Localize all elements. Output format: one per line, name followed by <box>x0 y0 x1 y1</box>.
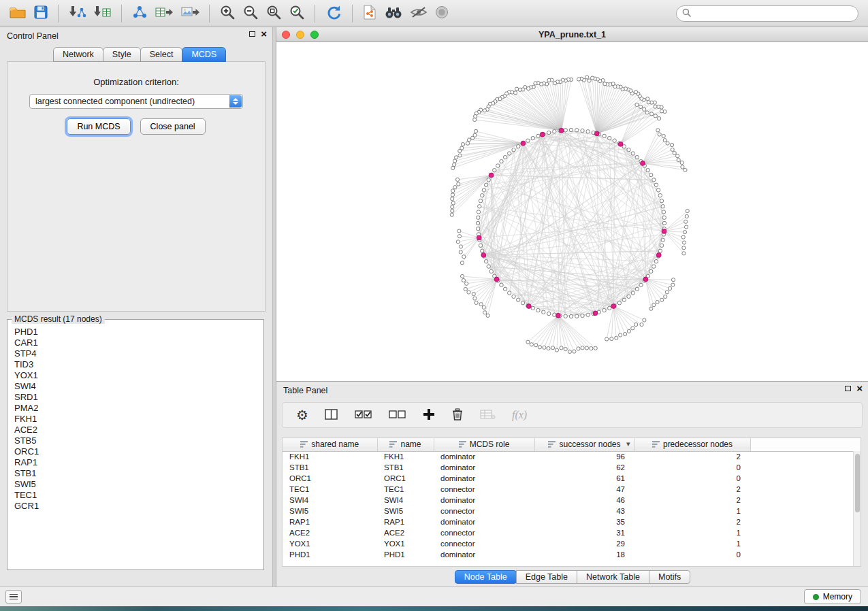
close-panel-button[interactable]: Close panel <box>140 118 206 135</box>
table-cell[interactable]: 29 <box>534 538 634 549</box>
import-network-file-button[interactable] <box>65 3 90 23</box>
mcds-result-item[interactable]: FKH1 <box>14 414 263 425</box>
search-network-button[interactable] <box>381 4 406 22</box>
import-table-file-button[interactable] <box>90 3 115 23</box>
table-cell[interactable]: YOX1 <box>283 538 377 549</box>
mcds-result-item[interactable]: RAP1 <box>14 457 263 468</box>
tab-node-table[interactable]: Node Table <box>455 570 517 584</box>
table-cell[interactable]: 31 <box>534 527 634 538</box>
table-cell[interactable]: 2 <box>634 495 750 506</box>
table-cell[interactable]: FKH1 <box>283 451 377 462</box>
zoom-in-button[interactable] <box>216 3 239 24</box>
search-input[interactable] <box>695 9 852 18</box>
table-cell[interactable]: 46 <box>534 495 634 506</box>
mcds-result-item[interactable]: ORC1 <box>14 446 263 457</box>
table-row[interactable]: FKH1FKH1dominator962 <box>283 451 861 462</box>
select-all-button[interactable] <box>355 410 372 421</box>
column-header-predecessor-nodes[interactable]: predecessor nodes <box>634 438 750 451</box>
float-table-panel-icon[interactable] <box>845 386 851 391</box>
export-image-button[interactable] <box>177 3 203 23</box>
table-cell[interactable]: connector <box>434 538 534 549</box>
refresh-layout-button[interactable] <box>321 3 346 24</box>
criterion-select[interactable]: largest connected component (undirected) <box>29 94 243 109</box>
maximize-window-icon[interactable] <box>310 31 319 39</box>
table-cell[interactable]: 43 <box>534 506 634 516</box>
table-cell[interactable]: TEC1 <box>377 484 434 495</box>
table-cell[interactable]: dominator <box>434 462 534 473</box>
memory-button[interactable]: Memory <box>804 589 861 604</box>
column-header-name[interactable]: name <box>377 438 434 451</box>
table-cell[interactable]: ORC1 <box>377 473 434 484</box>
scrollbar-thumb[interactable] <box>855 454 860 512</box>
table-cell[interactable]: 0 <box>634 549 750 560</box>
table-cell[interactable]: 0 <box>634 473 750 484</box>
new-network-button[interactable] <box>128 3 151 23</box>
export-document-button[interactable] <box>359 3 381 24</box>
table-cell[interactable]: 62 <box>534 462 634 473</box>
float-panel-icon[interactable] <box>249 31 255 37</box>
mcds-result-item[interactable]: TEC1 <box>14 490 263 501</box>
table-cell[interactable]: dominator <box>434 516 534 527</box>
mcds-result-item[interactable]: STB1 <box>14 468 263 479</box>
tab-select[interactable]: Select <box>140 47 183 62</box>
table-cell[interactable]: PHD1 <box>283 549 377 560</box>
show-columns-button[interactable] <box>325 408 338 423</box>
table-cell[interactable]: 2 <box>634 451 750 462</box>
table-cell[interactable]: dominator <box>434 549 534 560</box>
tab-style[interactable]: Style <box>103 47 141 62</box>
network-window-titlebar[interactable]: YPA_prune.txt_1 <box>276 27 868 42</box>
table-cell[interactable]: 0 <box>634 462 750 473</box>
mcds-result-list[interactable]: PHD1CAR1STP4TID3YOX1SWI4SRD1PMA2FKH1ACE2… <box>7 324 263 512</box>
table-row[interactable]: SWI4SWI4dominator462 <box>283 495 861 506</box>
minimize-window-icon[interactable] <box>296 31 304 39</box>
close-window-icon[interactable] <box>282 31 290 39</box>
table-cell[interactable]: SWI4 <box>283 495 377 506</box>
table-cell[interactable]: 96 <box>534 451 634 462</box>
table-cell[interactable]: dominator <box>434 451 534 462</box>
network-graph[interactable] <box>276 42 868 381</box>
delete-column-button[interactable] <box>451 408 464 423</box>
tab-network-table[interactable]: Network Table <box>577 570 649 584</box>
column-header-successor-nodes[interactable]: successor nodes▾ <box>534 438 634 451</box>
table-cell[interactable]: 2 <box>634 484 750 495</box>
mcds-result-item[interactable]: STB5 <box>14 435 263 446</box>
table-cell[interactable]: 47 <box>534 484 634 495</box>
mcds-result-item[interactable]: ACE2 <box>14 425 263 435</box>
table-cell[interactable]: STB1 <box>377 462 434 473</box>
deselect-all-button[interactable] <box>389 410 406 421</box>
tab-motifs[interactable]: Motifs <box>649 570 690 584</box>
mcds-result-item[interactable]: SWI4 <box>14 381 263 392</box>
column-header-MCDS-role[interactable]: MCDS role <box>434 438 534 451</box>
table-cell[interactable]: ACE2 <box>283 527 377 538</box>
table-row[interactable]: STB1STB1dominator620 <box>283 462 861 473</box>
mcds-result-item[interactable]: CAR1 <box>14 337 263 348</box>
zoom-selected-button[interactable] <box>285 3 308 24</box>
table-row[interactable]: TEC1TEC1connector472 <box>283 484 861 495</box>
close-table-panel-icon[interactable]: × <box>856 385 863 392</box>
show-graphics-button[interactable] <box>431 3 453 23</box>
table-cell[interactable]: 61 <box>534 473 634 484</box>
table-cell[interactable]: 1 <box>634 527 750 538</box>
column-header-shared-name[interactable]: shared name <box>283 438 377 451</box>
table-cell[interactable]: dominator <box>434 473 534 484</box>
table-cell[interactable]: SWI5 <box>283 506 377 516</box>
table-cell[interactable]: 1 <box>634 506 750 516</box>
table-cell[interactable]: connector <box>434 484 534 495</box>
table-cell[interactable]: SWI4 <box>377 495 434 506</box>
mcds-result-item[interactable]: YOX1 <box>14 370 263 381</box>
table-row[interactable]: ORC1ORC1dominator610 <box>283 473 861 484</box>
delete-table-button-disabled[interactable] <box>480 409 496 422</box>
table-cell[interactable]: RAP1 <box>283 516 377 527</box>
task-history-button[interactable] <box>5 590 22 604</box>
zoom-fit-button[interactable] <box>262 3 285 24</box>
add-column-button[interactable] <box>423 408 435 423</box>
table-cell[interactable]: YOX1 <box>377 538 434 549</box>
tab-network[interactable]: Network <box>53 47 103 62</box>
table-cell[interactable]: 1 <box>634 538 750 549</box>
save-session-button[interactable] <box>30 3 52 23</box>
table-row[interactable]: ACE2ACE2connector311 <box>283 527 861 538</box>
run-mcds-button[interactable]: Run MCDS <box>67 118 130 135</box>
table-row[interactable]: RAP1RAP1dominator352 <box>283 516 861 527</box>
table-row[interactable]: SWI5SWI5connector431 <box>283 506 861 516</box>
table-cell[interactable]: dominator <box>434 495 534 506</box>
